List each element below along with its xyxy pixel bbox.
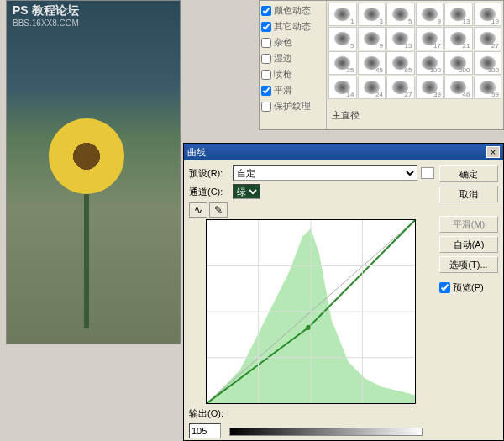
curves-dialog: 曲线 × 预设(R): 自定 通道(C): 绿 ∿ ✎ — [183, 143, 504, 441]
brush-preset-cell[interactable] — [328, 76, 357, 99]
photo-watermark-sub: BBS.16XX8.COM — [13, 18, 79, 28]
stem-graphic — [84, 194, 89, 328]
preset-select[interactable]: 自定 — [233, 165, 417, 181]
brush-preset-cell[interactable] — [386, 76, 415, 99]
brush-option-label: 其它动态 — [274, 20, 311, 33]
preview-label: 预览(P) — [453, 281, 484, 294]
curve-spline-tool-icon[interactable]: ∿ — [189, 202, 207, 218]
brush-option-checkbox[interactable] — [261, 6, 271, 16]
brush-preset-cell[interactable] — [474, 3, 502, 26]
preview-row[interactable]: 预览(P) — [439, 281, 498, 294]
brush-option-0[interactable]: 颜色动态 — [261, 3, 324, 18]
brush-preset-cell[interactable] — [358, 3, 386, 26]
brush-panel: 颜色动态其它动态杂色湿边喷枪平滑保护纹理 — [259, 0, 504, 130]
histogram-silhouette — [207, 220, 415, 403]
options-button[interactable]: 选项(T)... — [439, 256, 498, 273]
brush-option-checkbox[interactable] — [261, 86, 271, 96]
brush-option-2[interactable]: 杂色 — [261, 34, 324, 50]
brush-option-label: 颜色动态 — [274, 4, 311, 17]
dialog-titlebar[interactable]: 曲线 × — [184, 144, 503, 160]
output-gradient — [229, 428, 423, 436]
brush-option-1[interactable]: 其它动态 — [261, 18, 324, 34]
brush-option-6[interactable]: 保护纹理 — [261, 98, 324, 114]
brush-preset-cell[interactable] — [416, 51, 444, 75]
brush-option-5[interactable]: 平滑 — [261, 82, 324, 98]
brush-diameter-label: 主直径 — [332, 109, 360, 122]
brush-preset-cell[interactable] — [474, 51, 502, 75]
preset-label: 预设(R): — [189, 167, 229, 180]
brush-option-4[interactable]: 喷枪 — [261, 66, 324, 82]
channel-select[interactable]: 绿 — [233, 184, 260, 199]
brush-preset-cell[interactable] — [358, 51, 386, 75]
sunflower-graphic — [49, 118, 124, 194]
brush-option-label: 湿边 — [274, 52, 292, 65]
brush-preset-cell[interactable] — [444, 27, 473, 50]
brush-preset-cell[interactable] — [358, 27, 386, 50]
cancel-button[interactable]: 取消 — [439, 186, 498, 202]
brush-options-list: 颜色动态其它动态杂色湿边喷枪平滑保护纹理 — [260, 1, 327, 129]
brush-preset-cell[interactable] — [328, 51, 357, 75]
brush-preset-cell[interactable] — [416, 27, 444, 50]
brush-option-label: 喷枪 — [274, 68, 292, 81]
brush-option-checkbox[interactable] — [261, 22, 271, 32]
preset-menu-icon[interactable] — [421, 167, 434, 179]
photo-watermark-title: PS 教程论坛 — [13, 3, 79, 18]
brush-option-3[interactable]: 湿边 — [261, 50, 324, 66]
close-icon[interactable]: × — [486, 146, 500, 158]
channel-label: 通道(C): — [189, 186, 229, 198]
brush-preset-cell[interactable] — [444, 51, 473, 75]
brush-preset-cell[interactable] — [444, 76, 473, 99]
output-field[interactable] — [189, 423, 221, 438]
curves-graph[interactable] — [206, 219, 416, 404]
document-canvas: PS 教程论坛 BBS.16XX8.COM — [6, 0, 181, 344]
brush-preset-cell[interactable] — [386, 3, 415, 26]
brush-option-checkbox[interactable] — [261, 38, 271, 48]
curve-pencil-tool-icon[interactable]: ✎ — [209, 202, 228, 218]
brush-preset-cell[interactable] — [386, 27, 415, 50]
output-label: 输出(O): — [189, 407, 223, 420]
brush-preset-cell[interactable] — [416, 3, 444, 26]
brush-preset-cell[interactable] — [328, 27, 357, 50]
brush-option-checkbox[interactable] — [261, 54, 271, 64]
brush-option-label: 保护纹理 — [274, 100, 311, 113]
brush-option-label: 杂色 — [274, 36, 292, 49]
ok-button[interactable]: 确定 — [439, 165, 498, 182]
brush-preset-cell[interactable] — [474, 76, 502, 99]
svg-point-2 — [306, 325, 311, 330]
smooth-button: 平滑(M) — [439, 216, 498, 233]
dialog-title: 曲线 — [187, 146, 206, 159]
photo-image — [6, 0, 181, 344]
brush-preset-cell[interactable] — [474, 27, 502, 50]
brush-option-checkbox[interactable] — [261, 70, 271, 80]
brush-preset-cell[interactable] — [416, 76, 444, 99]
brush-option-checkbox[interactable] — [261, 102, 271, 112]
brush-preset-cell[interactable] — [386, 51, 415, 75]
brush-preset-cell[interactable] — [328, 3, 357, 26]
brush-preset-cell[interactable] — [358, 76, 386, 99]
brush-option-label: 平滑 — [274, 84, 292, 97]
preview-checkbox[interactable] — [439, 282, 450, 293]
brush-preset-cell[interactable] — [444, 3, 473, 26]
auto-button[interactable]: 自动(A) — [439, 236, 498, 253]
